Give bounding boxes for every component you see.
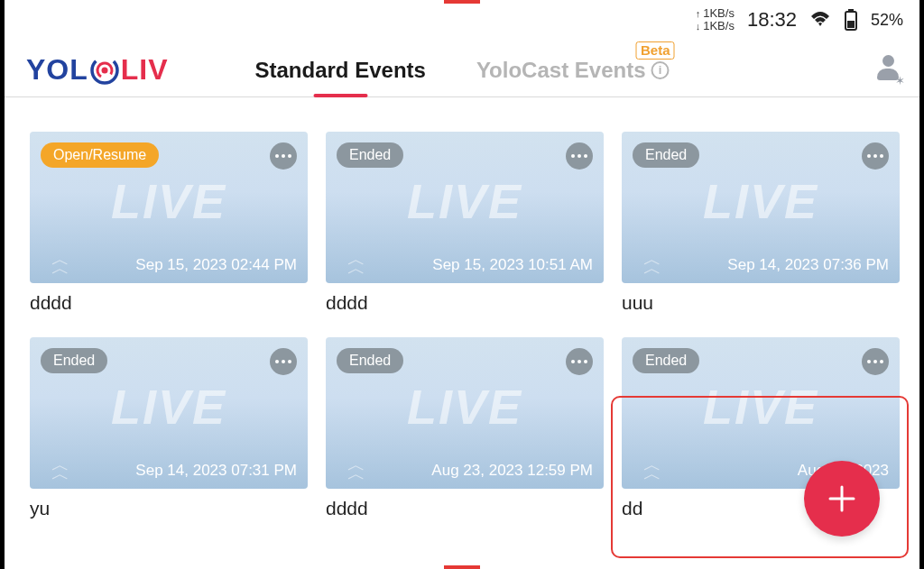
wifi-icon	[809, 11, 831, 29]
event-card[interactable]: LIVE ︿︿ Ended Aug 23, 2023 12:59 PM dddd	[326, 337, 604, 519]
event-thumbnail: LIVE ︿︿ Ended Sep 14, 2023 07:31 PM	[30, 337, 308, 489]
chevron-up-icon: ︿︿	[643, 460, 661, 478]
tab-label: Standard Events	[255, 58, 426, 83]
upload-speed: 1KB/s	[703, 7, 735, 20]
event-thumbnail: LIVE ︿︿ Ended Aug 23, 2023 12:59 PM	[326, 337, 604, 489]
chevron-up-icon: ︿︿	[51, 254, 69, 272]
status-badge: Open/Resume	[41, 142, 159, 168]
status-bar: ↑1KB/s ↓1KB/s 18:32 52%	[696, 7, 903, 33]
status-badge: Ended	[41, 348, 107, 373]
status-badge: Ended	[337, 142, 403, 168]
add-event-button[interactable]	[804, 461, 880, 537]
chevron-up-icon: ︿︿	[643, 254, 661, 272]
svg-point-5	[101, 67, 107, 73]
event-title: yu	[30, 498, 308, 519]
download-speed: 1KB/s	[703, 20, 735, 32]
tab-standard-events[interactable]: Standard Events	[255, 58, 426, 83]
more-options-button[interactable]	[566, 348, 593, 375]
live-watermark: LIVE	[111, 379, 226, 435]
status-badge: Ended	[337, 348, 403, 373]
more-options-button[interactable]	[270, 348, 297, 375]
event-datetime: Sep 14, 2023 07:36 PM	[727, 256, 889, 274]
beta-badge: Beta	[636, 41, 675, 60]
live-watermark: LIVE	[407, 379, 522, 435]
header: YOL LIV Standard Events Beta YoloCast Ev…	[5, 43, 919, 97]
content: LIVE ︿︿ Open/Resume Sep 15, 2023 02:44 P…	[5, 114, 919, 569]
info-icon: i	[651, 61, 670, 79]
more-options-button[interactable]	[862, 348, 889, 375]
live-watermark: LIVE	[703, 379, 818, 435]
clock: 18:32	[747, 8, 797, 32]
battery-percent: 52%	[871, 11, 903, 30]
event-title: uuu	[622, 292, 900, 314]
chevron-up-icon: ︿︿	[347, 254, 365, 272]
event-title: dddd	[326, 292, 604, 314]
event-datetime: Aug 23, 2023 12:59 PM	[431, 462, 593, 480]
profile-settings-button[interactable]: ✶	[874, 55, 901, 86]
event-title: dddd	[30, 292, 308, 314]
event-thumbnail: LIVE ︿︿ Ended Sep 15, 2023 10:51 AM	[326, 132, 604, 283]
download-arrow-icon: ↓	[696, 21, 701, 32]
status-badge: Ended	[633, 348, 699, 373]
annotation-marker-bottom	[444, 565, 480, 569]
event-card[interactable]: LIVE ︿︿ Ended Sep 14, 2023 07:36 PM uuu	[622, 132, 900, 314]
live-watermark: LIVE	[111, 173, 226, 229]
more-options-button[interactable]	[862, 142, 889, 170]
event-thumbnail: LIVE ︿︿ Ended Sep 14, 2023 07:36 PM	[622, 132, 900, 283]
more-options-button[interactable]	[270, 142, 297, 170]
logo-mark-icon	[89, 55, 120, 86]
chevron-up-icon: ︿︿	[51, 460, 69, 478]
event-card[interactable]: LIVE ︿︿ Ended Sep 15, 2023 10:51 AM dddd	[326, 132, 604, 314]
chevron-up-icon: ︿︿	[347, 460, 365, 478]
gear-icon: ✶	[895, 74, 905, 87]
more-options-button[interactable]	[566, 142, 593, 170]
event-datetime: Sep 15, 2023 10:51 AM	[432, 256, 593, 274]
event-thumbnail: LIVE ︿︿ Open/Resume Sep 15, 2023 02:44 P…	[30, 132, 308, 283]
svg-rect-2	[847, 21, 855, 28]
tab-yolocast-events[interactable]: Beta YoloCast Events i	[476, 58, 670, 83]
battery-icon	[844, 9, 858, 31]
status-badge: Ended	[633, 142, 699, 168]
tabs: Standard Events Beta YoloCast Events i	[255, 58, 670, 83]
logo[interactable]: YOL LIV	[26, 53, 169, 87]
plus-icon	[827, 483, 857, 514]
tab-label: YoloCast Events	[476, 58, 646, 83]
events-grid: LIVE ︿︿ Open/Resume Sep 15, 2023 02:44 P…	[30, 132, 900, 519]
event-card[interactable]: LIVE ︿︿ Open/Resume Sep 15, 2023 02:44 P…	[30, 132, 308, 314]
network-speed: ↑1KB/s ↓1KB/s	[696, 7, 735, 33]
live-watermark: LIVE	[703, 173, 818, 229]
event-datetime: Sep 15, 2023 02:44 PM	[135, 256, 297, 274]
upload-arrow-icon: ↑	[696, 8, 701, 19]
event-datetime: Sep 14, 2023 07:31 PM	[135, 462, 297, 480]
annotation-marker-top	[444, 0, 480, 4]
live-watermark: LIVE	[407, 173, 522, 229]
event-title: dddd	[326, 498, 604, 519]
event-card[interactable]: LIVE ︿︿ Ended Sep 14, 2023 07:31 PM yu	[30, 337, 308, 519]
